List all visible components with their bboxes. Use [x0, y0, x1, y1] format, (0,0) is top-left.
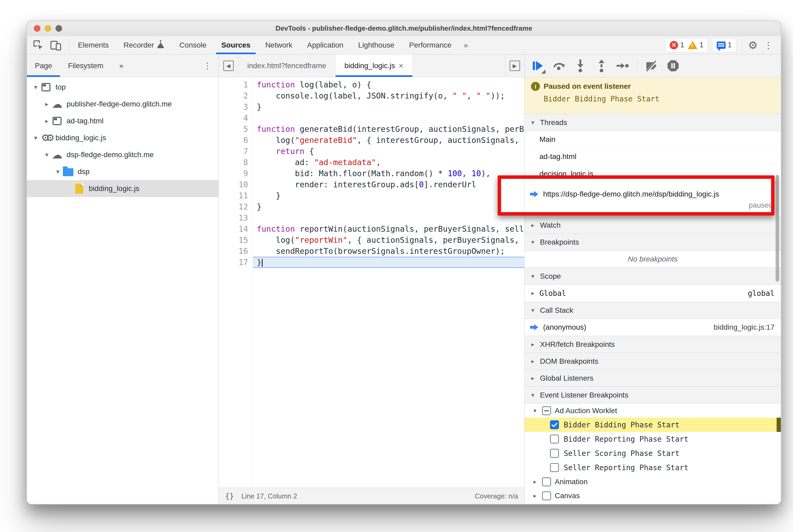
line-number[interactable]: 4	[219, 113, 253, 124]
tab-performance[interactable]: Performance	[402, 36, 459, 54]
collapse-icon[interactable]: ▾	[42, 151, 51, 158]
line-number[interactable]: 5	[219, 124, 253, 135]
tree-item-bidding-logic-js[interactable]: bidding_logic.js	[27, 180, 219, 197]
collapse-icon[interactable]: ▾	[31, 134, 40, 141]
sidebar-scrollbar-thumb[interactable]	[776, 175, 779, 282]
line-number[interactable]: 2	[219, 90, 253, 101]
code-line-8[interactable]: ad: "ad-metadata",	[253, 157, 524, 168]
thread-item-decision-logic-js[interactable]: decision_logic.js	[525, 165, 781, 183]
indeterminate-checkbox[interactable]	[542, 406, 551, 415]
tab-application[interactable]: Application	[300, 36, 351, 54]
open-file-nav-icon[interactable]: ▶	[505, 54, 524, 77]
code-line-10[interactable]: render: interestGroup.ads[0].renderUrl	[253, 179, 524, 190]
step-over-button[interactable]	[553, 59, 566, 72]
tree-item-bidding-logic-js[interactable]: ▾⚙⚙bidding_logic.js	[27, 129, 219, 146]
line-number[interactable]: 17	[219, 257, 253, 268]
deactivate-breakpoints-button[interactable]	[645, 59, 659, 72]
tab-lighthouse[interactable]: Lighthouse	[351, 36, 402, 54]
code-line-2[interactable]: console.log(label, JSON.stringify(o, " "…	[253, 90, 524, 101]
code-line-7[interactable]: return {	[253, 146, 524, 157]
unchecked-checkbox[interactable]	[550, 463, 559, 472]
unchecked-checkbox[interactable]	[550, 435, 559, 443]
code-line-17[interactable]: }	[253, 257, 524, 268]
code-line-6[interactable]: log("generateBid", { interestGroup, auct…	[253, 135, 524, 146]
tab-elements[interactable]: Elements	[71, 36, 116, 54]
code-editor[interactable]: 1234567891011121314151617 function log(l…	[219, 77, 524, 488]
expand-icon[interactable]: ▸	[42, 100, 51, 108]
inspect-element-icon[interactable]	[31, 38, 46, 52]
tree-item-ad-tag-html[interactable]: ▸ad-tag.html	[27, 113, 219, 129]
resume-script-button[interactable]	[531, 59, 545, 72]
line-number[interactable]: 14	[219, 224, 253, 234]
code-line-12[interactable]: }	[253, 201, 524, 212]
tree-item-publisher-fledge-demo-glitch-me[interactable]: ▸☁publisher-fledge-demo.glitch.me	[27, 96, 219, 113]
code-line-4[interactable]	[253, 113, 524, 124]
settings-gear-icon[interactable]: ⚙	[748, 39, 758, 51]
thread-item-paused[interactable]: https://dsp-fledge-demo.glitch.me/dsp/bi…	[525, 183, 781, 217]
line-number[interactable]: 15	[219, 234, 253, 246]
issues-badge[interactable]: 1	[712, 38, 736, 52]
main-menu-kebab-icon[interactable]: ⋮	[762, 40, 775, 51]
tab-network[interactable]: Network	[258, 36, 300, 54]
line-number[interactable]: 8	[219, 157, 253, 168]
pretty-print-icon[interactable]: {}	[225, 492, 234, 500]
code-line-9[interactable]: bid: Math.floor(Math.random() * 100, 10)…	[253, 168, 524, 179]
section-event-listener-breakpoints[interactable]: ▾ Event Listener Breakpoints	[525, 386, 781, 404]
elb-group-canvas[interactable]: ▸Canvas	[525, 489, 781, 503]
section-global-listeners[interactable]: ▸ Global Listeners	[525, 369, 781, 387]
section-watch[interactable]: ▸ Watch	[525, 216, 781, 234]
elb-item-bidder-bidding-phase-start[interactable]: Bidder Bidding Phase Start	[525, 418, 781, 432]
expand-icon[interactable]: ▸	[42, 117, 51, 125]
line-number[interactable]: 6	[219, 135, 253, 146]
line-number[interactable]: 12	[219, 201, 253, 212]
expand-icon[interactable]: ▸	[531, 478, 539, 485]
collapse-icon[interactable]: ▾	[31, 83, 40, 91]
editor-tab-index[interactable]: index.html?fencedframe	[238, 54, 336, 77]
code-line-3[interactable]: }	[253, 101, 524, 113]
elb-group-ad-auction-worklet[interactable]: ▾Ad Auction Worklet	[525, 404, 781, 418]
section-threads[interactable]: ▾ Threads	[525, 114, 781, 131]
tree-item-top[interactable]: ▾top	[27, 79, 219, 96]
code-line-11[interactable]: }	[253, 190, 524, 201]
collapse-icon[interactable]: ▾	[53, 168, 62, 175]
toggle-navigator-icon[interactable]: ◀	[219, 54, 238, 77]
tab-filesystem[interactable]: Filesystem	[60, 54, 111, 77]
thread-item-main[interactable]: Main	[525, 131, 781, 148]
unchecked-checkbox[interactable]	[550, 449, 559, 458]
navigator-kebab-icon[interactable]: ⋮	[196, 54, 219, 77]
section-dom-breakpoints[interactable]: ▸ DOM Breakpoints	[525, 353, 781, 370]
line-number[interactable]: 16	[219, 246, 253, 257]
unchecked-checkbox[interactable]	[542, 491, 551, 500]
pause-on-exceptions-button[interactable]	[666, 59, 680, 72]
code-line-5[interactable]: function generateBid(interestGroup, auct…	[253, 124, 524, 135]
tree-item-dsp[interactable]: ▾dsp	[27, 163, 219, 180]
more-panels-button[interactable]: »	[459, 36, 473, 54]
line-number[interactable]: 10	[219, 179, 253, 190]
scope-row-global[interactable]: ▸ Global global	[525, 285, 781, 302]
code-line-14[interactable]: function reportWin(auctionSignals, perBu…	[253, 224, 524, 234]
editor-tab-bidding-logic[interactable]: bidding_logic.js ×	[336, 54, 413, 77]
line-number[interactable]: 13	[219, 212, 253, 224]
code-line-16[interactable]: sendReportTo(browserSignals.interestGrou…	[253, 246, 524, 257]
line-number[interactable]: 11	[219, 190, 253, 201]
errors-warnings-badge[interactable]: ✕1 !1	[665, 38, 708, 52]
line-number[interactable]: 7	[219, 146, 253, 157]
collapse-icon[interactable]: ▾	[531, 407, 539, 414]
section-scope[interactable]: ▾ Scope	[525, 268, 781, 285]
tab-console[interactable]: Console	[172, 36, 214, 54]
code-line-1[interactable]: function log(label, o) {	[253, 79, 524, 90]
more-navigator-tabs-button[interactable]: »	[111, 54, 131, 77]
section-breakpoints[interactable]: ▾ Breakpoints	[525, 233, 781, 251]
step-button[interactable]	[616, 59, 629, 72]
code-line-13[interactable]	[253, 212, 524, 224]
close-tab-icon[interactable]: ×	[399, 61, 403, 70]
tab-sources[interactable]: Sources	[214, 36, 258, 54]
line-number[interactable]: 3	[219, 101, 253, 113]
section-xhr-breakpoints[interactable]: ▸ XHR/fetch Breakpoints	[525, 336, 781, 353]
step-out-button[interactable]	[595, 59, 608, 72]
section-call-stack[interactable]: ▾ Call Stack	[525, 302, 781, 319]
elb-group-animation[interactable]: ▸Animation	[525, 475, 781, 489]
elb-item-bidder-reporting-phase-start[interactable]: Bidder Reporting Phase Start	[525, 432, 781, 446]
step-into-button[interactable]	[574, 59, 587, 72]
code-lines[interactable]: function log(label, o) { console.log(lab…	[253, 77, 524, 488]
